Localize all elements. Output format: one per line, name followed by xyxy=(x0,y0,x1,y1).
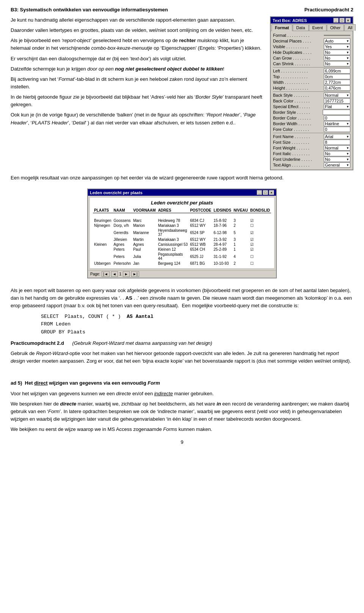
between-text-para: Een mogelijk resultaat van onze aanpassi… xyxy=(11,174,353,182)
dialog-row-top: Top . . . . . . . . . . . . 0cm xyxy=(273,74,350,79)
report-nav-next[interactable]: ► xyxy=(123,271,130,277)
col-lidsinds: LIDSINDS xyxy=(212,208,232,213)
intro-p4: Er verschijnt dan een dialoogschermpje d… xyxy=(11,55,263,63)
table-row: Arnhem Zwartjens Joop Stationsweg 5 6803… xyxy=(93,213,271,218)
report-minimize-btn[interactable]: _ xyxy=(257,190,262,195)
report-page-label: Page: xyxy=(90,272,100,276)
report-nav-first[interactable]: |◄ xyxy=(102,271,110,277)
dialog-row-font-size: Font Size . . . . . . . . 8 xyxy=(273,140,350,145)
col-naam: NAAM xyxy=(113,208,132,213)
report-heading: Leden overzicht per plaats xyxy=(93,200,271,206)
dialog-row-width: Width . . . . . . . . . . . 2,772cm xyxy=(273,80,350,85)
report-titlebar: Leden overzicht per plaats _ □ × xyxy=(88,189,276,196)
dialog-row-fore-color: Fore Color . . . . . . . 0 xyxy=(273,127,350,132)
table-row: Nijmegen Dorp, v/h Marion Mariakaan 3 65… xyxy=(93,223,271,228)
section2-body: Gebruik de Report-Wizard-optie voor het … xyxy=(11,350,353,365)
dialog-tab-format[interactable]: Format xyxy=(271,24,292,31)
col-niveau: NIVEAU xyxy=(232,208,249,213)
page-number: 9 xyxy=(11,439,353,445)
section3-para3: We bekijken nu eerst de wijze waarop we … xyxy=(11,426,353,433)
spacer xyxy=(11,368,353,379)
intro-p7: In de hierbij getoonde figuur zie je bij… xyxy=(11,93,263,108)
table-row: Kleinen Agnes Agnes Canisiussingel 53 65… xyxy=(93,242,271,247)
two-col-section: Je kunt nu handmatig allerlei eigenschap… xyxy=(11,16,353,170)
col-bondslid: BONDSLID xyxy=(249,208,271,213)
report-maximize-btn[interactable]: □ xyxy=(263,190,268,195)
dialog-row-font-italic: Font Italic . . . . . . . . No▼ xyxy=(273,151,350,156)
query-para: Als je een report wilt baseren op een qu… xyxy=(11,287,353,310)
dialog-tab-other[interactable]: Other xyxy=(327,24,344,31)
dialog-body: Format . . . . . . . . . . Decimal Place… xyxy=(271,31,353,170)
report-window-title: Leden overzicht per plaats xyxy=(90,190,143,195)
dialog-minimize-btn[interactable]: _ xyxy=(333,18,339,23)
col-adres: ADRES xyxy=(157,208,189,213)
table-row: Peters Julia Pegasusplaats 44 6525 JJ 31… xyxy=(93,252,271,261)
section2: Practicumopdracht 2.d (Gebruik Report-Wi… xyxy=(11,340,353,365)
section3-heading: ad 5) Het direct wijzigen van gegevens v… xyxy=(11,379,353,387)
dialog-tabs: Format Data Event Other All xyxy=(271,24,353,31)
dialog-row-back-color: Back Color . . . . . . . 16777215 xyxy=(273,98,350,104)
intro-p1: Je kunt nu handmatig allerlei eigenschap… xyxy=(11,16,263,24)
report-table-body: Arnhem Zwartjens Joop Stationsweg 5 6803… xyxy=(93,213,271,266)
dialog-row-can-grow: Can Grow . . . . . . . . No▼ xyxy=(273,55,350,61)
dialog-titlebar: Text Box: ADRES _ □ × xyxy=(271,17,353,24)
section3-para2: We bespreken hier de directe manier, waa… xyxy=(11,400,353,423)
header-left: B3: Systematisch ontwikkelen van eenvoud… xyxy=(11,7,168,13)
intro-p5: Datzelfde schermpje kun je krijgen door … xyxy=(11,65,263,73)
dialog-row-back-style: Back Style . . . . . . . Normal▼ xyxy=(273,93,350,98)
dialog-row-font-name: Font Name . . . . . . . Arial▼ xyxy=(273,134,350,139)
main-text-left: Je kunt nu handmatig allerlei eigenschap… xyxy=(11,16,263,129)
sql-line1: SELECT Plaats, COUNT ( * ) AS Aantal xyxy=(41,313,353,321)
dialog-row-format: Format . . . . . . . . . . xyxy=(273,33,350,38)
col-voornaam: VOORNAAM xyxy=(132,208,157,213)
section3-para1: Voor het wijzigen van gegevens kunnen we… xyxy=(11,390,353,398)
dialog-row-can-shrink: Can Shrink . . . . . . . No▼ xyxy=(273,61,350,66)
section3: ad 5) Het direct wijzigen van gegevens v… xyxy=(11,379,353,433)
table-row: Jillesien Martin Mariakaan 3 6512 WY 21-… xyxy=(93,237,271,242)
intro-p2: Daaronder vallen lettertypes en groottes… xyxy=(11,27,263,34)
dialog-close-btn[interactable]: × xyxy=(345,18,351,23)
dialog-row-decimal: Decimal Places . . . . Auto▼ xyxy=(273,38,350,44)
table-row: Ubbergen Petersohn Jan Bergweg 124 6871 … xyxy=(93,261,271,266)
table-row: Gererdts Marianne Heyendaalseweg 37 6524… xyxy=(93,228,271,237)
col-postcode: POSTCODE xyxy=(189,208,212,213)
table-row: Beuringen Goossens Marc Heideweg 78 6834… xyxy=(93,218,271,223)
report-table-header: PLAATS NAAM VOORNAAM ADRES POSTCODE LIDS… xyxy=(93,208,271,213)
dialog-row-border-width: Border Width . . . . . . Hairline▼ xyxy=(273,121,350,126)
sql-block: SELECT Plaats, COUNT ( * ) AS Aantal FRO… xyxy=(41,313,353,336)
intro-p8: Ook kun je (in de vorige figuur) de vers… xyxy=(11,111,263,126)
report-page-num: 1 xyxy=(119,272,122,276)
dialog-row-border-color: Border Color . . . . . . 0 xyxy=(273,115,350,121)
dialog-tab-event[interactable]: Event xyxy=(309,24,326,31)
dialog-row-hide-dup: Hide Duplicates . . . . No▼ xyxy=(273,50,350,55)
access-dialog: Text Box: ADRES _ □ × Format Data Event … xyxy=(270,16,353,170)
dialog-row-font-weight: Font Weight . . . . . . Normal▼ xyxy=(273,145,350,151)
between-text: Een mogelijk resultaat van onze aanpassi… xyxy=(11,174,353,182)
dialog-row-height: Height . . . . . . . . . . 0,476cm xyxy=(273,85,350,91)
report-nav-last[interactable]: ►| xyxy=(131,271,139,277)
report-container: Leden overzicht per plaats _ □ × Leden o… xyxy=(11,185,353,282)
dialog-row-border-style: Border Style . . . . . . Transparent▼ xyxy=(273,110,350,115)
report-content: Leden overzicht per plaats PLAATS NAAM V… xyxy=(89,197,275,269)
report-window: Leden overzicht per plaats _ □ × Leden o… xyxy=(87,189,277,278)
report-titlebar-buttons: _ □ × xyxy=(257,190,274,195)
report-table: PLAATS NAAM VOORNAAM ADRES POSTCODE LIDS… xyxy=(93,208,271,266)
header-right: Practicumopdracht 2 xyxy=(304,7,353,13)
col-plaats: PLAATS xyxy=(93,208,113,213)
dialog-tab-data[interactable]: Data xyxy=(293,24,308,31)
section2-heading: Practicumopdracht 2.d (Gebruik Report-Wi… xyxy=(11,340,353,347)
dialog-maximize-btn[interactable]: □ xyxy=(339,18,345,23)
sql-line3: GROUP BY Plaats xyxy=(41,329,353,336)
intro-p6: Bij activering van het ‘Format’-tab-blad… xyxy=(11,75,263,91)
dialog-row-text-align: Text Align . . . . . . . . General▼ xyxy=(273,162,350,168)
dialog-row-visible: Visible . . . . . . . . . . Yes▼ xyxy=(273,44,350,49)
dialog-tab-all[interactable]: All xyxy=(344,24,356,31)
dialog-title: Text Box: ADRES xyxy=(273,18,307,23)
query-text-section: Als je een report wilt baseren op een qu… xyxy=(11,287,353,310)
dialog-row-left: Left . . . . . . . . . . . . 6,099cm xyxy=(273,68,350,74)
report-nav-prev[interactable]: ◄ xyxy=(111,271,118,277)
report-close-btn[interactable]: × xyxy=(269,190,274,195)
intro-p3: Als je bijvoorbeeld een ‘report-object’ … xyxy=(11,37,263,52)
dialog-row-special-effect: Special Effect . . . . . Flat▼ xyxy=(273,104,350,109)
dialog-titlebar-buttons: _ □ × xyxy=(333,18,351,23)
